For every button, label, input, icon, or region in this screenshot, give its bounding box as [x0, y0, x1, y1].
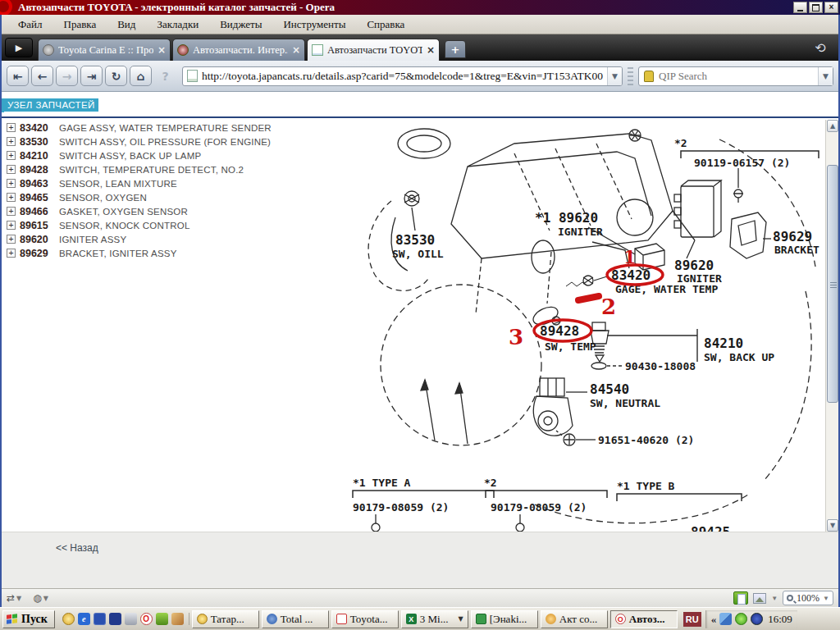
sync-status-icon[interactable]: ⇄▼ [7, 592, 21, 604]
panels-toggle-button[interactable]: ▶ [5, 38, 33, 57]
diagram-label-bolt-a: 90179-08059 (2) [353, 501, 449, 514]
task-toyota[interactable]: Toyota... [331, 610, 399, 628]
opera-launcher-icon[interactable]: O [140, 613, 153, 625]
zoom-dropdown-icon[interactable]: ▼ [823, 595, 829, 602]
part-name: SWITCH ASSY, OIL PRESSURE (FOR ENGINE) [59, 137, 271, 147]
tray-network-icon[interactable] [751, 613, 763, 625]
close-button[interactable]: × [824, 2, 838, 13]
expand-icon[interactable]: + [7, 123, 16, 132]
part-code[interactable]: 89463 [20, 178, 59, 189]
images-toggle-icon[interactable] [753, 593, 766, 604]
part-code[interactable]: 83420 [20, 122, 59, 134]
menu-edit[interactable]: Правка [54, 16, 107, 33]
scroll-down-icon[interactable]: ▼ [827, 519, 838, 532]
address-field[interactable]: ▼ [182, 66, 623, 86]
part-code[interactable]: 89620 [20, 234, 59, 245]
url-input[interactable] [202, 70, 607, 83]
part-code[interactable]: 89615 [20, 220, 59, 231]
tray-windows-icon[interactable] [719, 613, 732, 625]
diagram-label-type-a: *1 TYPE A [353, 477, 411, 489]
menu-widgets[interactable]: Виджеты [210, 16, 272, 33]
vertical-scrollbar[interactable]: ▲ ▼ [825, 120, 838, 532]
calculator-icon[interactable] [125, 613, 137, 625]
expand-icon[interactable]: + [7, 235, 16, 244]
tray-collapse-icon[interactable]: « [711, 613, 717, 626]
minimize-button[interactable] [793, 2, 807, 13]
task-group-dropdown-icon[interactable]: ▼ [459, 615, 463, 623]
tab-close-icon[interactable]: × [158, 44, 166, 56]
start-label: Пуск [21, 613, 48, 626]
search-dropdown-icon[interactable]: ▼ [818, 67, 833, 85]
start-button[interactable]: Пуск [2, 610, 55, 628]
help-button[interactable]: ? [154, 66, 176, 86]
part-code[interactable]: 84210 [20, 150, 59, 162]
nav-last-button[interactable]: ⇥ [80, 66, 103, 86]
images-dropdown-icon[interactable]: ▼ [771, 595, 778, 602]
brush-app-icon[interactable] [171, 613, 184, 625]
diagram-label-sw-neutral: SW, NEUTRAL [590, 397, 660, 409]
expand-icon[interactable]: + [7, 249, 16, 258]
menu-file[interactable]: Файл [8, 16, 52, 33]
part-code[interactable]: 83530 [20, 136, 59, 148]
task-znaki[interactable]: [Энаki... [471, 610, 538, 628]
part-row: + 84210 SWITCH ASSY, BACK UP LAMP [5, 148, 343, 162]
menu-help[interactable]: Справка [357, 16, 414, 33]
forward-button[interactable]: → [56, 66, 78, 86]
home-button[interactable]: ⌂ [130, 66, 152, 86]
fit-to-width-icon[interactable] [733, 591, 748, 605]
task-opera-active[interactable]: OАвтоз... [610, 610, 678, 628]
menu-bookmarks[interactable]: Закладки [147, 16, 208, 33]
diagram-label-84210: 84210 [704, 336, 743, 351]
floppy-save-icon[interactable] [109, 613, 121, 625]
tab-toyota-carina[interactable]: Toyota Carina E :: Про... × [38, 39, 171, 61]
window-titlebar[interactable]: Автозапчасти TOYOTA - электронный катало… [0, 0, 840, 15]
task-total-commander[interactable]: Total ... [262, 610, 329, 628]
expand-icon[interactable]: + [7, 165, 16, 174]
red-marker-3: 3 [509, 325, 523, 349]
menu-tools[interactable]: Инструменты [273, 16, 355, 33]
scrollbar-thumb[interactable] [827, 165, 838, 403]
menu-view[interactable]: Вид [107, 16, 145, 33]
green-app-icon[interactable] [156, 613, 168, 625]
menu-bar: Файл Правка Вид Закладки Виджеты Инструм… [2, 15, 838, 34]
expand-icon[interactable]: + [7, 151, 16, 160]
tab-autoparts-internet[interactable]: Автозапчасти. Интер... × [172, 39, 305, 61]
scroll-up-icon[interactable]: ▲ [827, 120, 838, 132]
tray-qip-icon[interactable] [735, 613, 747, 625]
diagram-label-sw-backup: SW, BACK UP [704, 351, 774, 363]
expand-icon[interactable]: + [7, 179, 16, 188]
part-code[interactable]: 89465 [20, 192, 59, 203]
network-status-icon[interactable]: ◍▼ [33, 592, 48, 604]
language-indicator[interactable]: RU [683, 612, 701, 627]
part-code[interactable]: 89466 [20, 206, 59, 217]
page-icon [187, 70, 198, 82]
back-link[interactable]: << Назад [56, 542, 98, 554]
tab-close-icon[interactable]: × [292, 44, 300, 56]
part-code[interactable]: 89428 [20, 164, 59, 176]
back-button[interactable]: ← [31, 66, 53, 86]
internet-explorer-icon[interactable]: e [78, 613, 90, 625]
expand-icon[interactable]: + [7, 221, 16, 230]
task-tatar[interactable]: Татар... [192, 610, 259, 628]
address-dropdown-icon[interactable]: ▼ [607, 67, 622, 85]
tab-label: Автозапчасти TOYOT... [327, 44, 422, 57]
search-input[interactable] [659, 70, 818, 83]
diagram-label-bolt-b: 90179-08059 (2) [491, 501, 587, 514]
task-microsoft-excel[interactable]: X3 Mi...▼ [401, 610, 468, 628]
clock-app-icon[interactable] [62, 613, 75, 625]
task-akt[interactable]: Акт со... [541, 610, 608, 628]
reopen-closed-tabs-button[interactable]: ⟲ [810, 39, 830, 57]
restore-button[interactable] [809, 2, 823, 13]
zoom-control[interactable]: 100% ▼ [783, 591, 833, 605]
part-code[interactable]: 89629 [20, 248, 59, 259]
table-app-icon[interactable] [94, 613, 106, 625]
expand-icon[interactable]: + [7, 207, 16, 216]
search-field[interactable]: ▼ [638, 66, 833, 86]
tab-autoparts-toyota-active[interactable]: Автозапчасти TOYOT... × [307, 39, 440, 61]
nav-first-button[interactable]: ⇤ [7, 66, 29, 86]
tab-close-icon[interactable]: × [427, 44, 435, 56]
expand-icon[interactable]: + [7, 137, 16, 146]
expand-icon[interactable]: + [7, 193, 16, 202]
reload-button[interactable]: ↻ [105, 66, 127, 86]
new-tab-button[interactable]: + [445, 40, 466, 58]
